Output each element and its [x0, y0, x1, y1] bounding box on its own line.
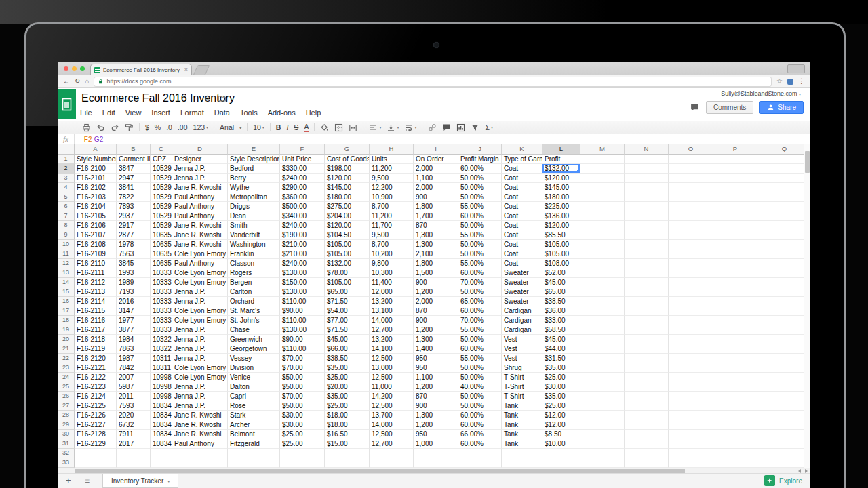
- cell-G21[interactable]: $66.00: [325, 344, 370, 354]
- strikethrough-button[interactable]: S: [294, 121, 298, 134]
- cell-E12[interactable]: Classon: [228, 259, 280, 268]
- cell-P7[interactable]: [713, 211, 757, 221]
- cell-B9[interactable]: 2877: [117, 230, 151, 240]
- cell-G30[interactable]: $16.50: [325, 430, 370, 439]
- row-header-6[interactable]: 6: [58, 202, 75, 211]
- cell-B2[interactable]: 3847: [117, 164, 151, 174]
- cell-P1[interactable]: [713, 155, 757, 164]
- cell-O1[interactable]: [669, 155, 713, 164]
- cell-P22[interactable]: [713, 354, 757, 363]
- cell-P28[interactable]: [713, 411, 757, 420]
- cell-H12[interactable]: 9,800: [370, 259, 414, 268]
- cell-J29[interactable]: 60.00%: [458, 420, 502, 430]
- cell-N10[interactable]: [625, 240, 669, 249]
- cell-K6[interactable]: Coat: [502, 202, 542, 211]
- cell-F30[interactable]: $25.00: [280, 430, 325, 439]
- cell-K15[interactable]: Sweater: [502, 287, 542, 297]
- cell-C10[interactable]: 10635: [151, 240, 172, 249]
- cell-G25[interactable]: $20.00: [325, 382, 370, 392]
- font-family-select[interactable]: Arial: [220, 121, 234, 134]
- browser-profile-badge[interactable]: [787, 64, 805, 73]
- cell-F17[interactable]: $90.00: [280, 306, 325, 316]
- cell-K9[interactable]: Coat: [502, 230, 542, 240]
- cell-E20[interactable]: Greenwich: [228, 335, 280, 344]
- cell-P8[interactable]: [713, 221, 757, 230]
- cell-L7[interactable]: $136.00: [542, 211, 580, 221]
- cell-P17[interactable]: [713, 306, 757, 316]
- cell-I14[interactable]: 900: [414, 278, 458, 287]
- cell-F15[interactable]: $130.00: [280, 287, 325, 297]
- cell-D32[interactable]: [172, 449, 228, 458]
- cell-E21[interactable]: Georgetown: [228, 344, 280, 354]
- cell-K18[interactable]: Cardigan: [502, 316, 542, 325]
- horizontal-scrollbar[interactable]: [58, 468, 810, 473]
- cell-N4[interactable]: [625, 183, 669, 192]
- cell-I31[interactable]: 1,000: [414, 439, 458, 449]
- cell-A31[interactable]: F16-2129: [75, 439, 117, 449]
- cell-I15[interactable]: 1,200: [414, 287, 458, 297]
- cell-A19[interactable]: F16-2117: [75, 325, 117, 335]
- browser-menu-icon[interactable]: ⋮: [798, 78, 805, 85]
- cell-F7[interactable]: $340.00: [280, 211, 325, 221]
- cell-B11[interactable]: 7563: [117, 249, 151, 259]
- cell-I10[interactable]: 1,300: [414, 240, 458, 249]
- cell-C19[interactable]: 10333: [151, 325, 172, 335]
- cell-I30[interactable]: 950: [414, 430, 458, 439]
- cell-F9[interactable]: $190.00: [280, 230, 325, 240]
- cell-M20[interactable]: [580, 335, 625, 344]
- cell-F28[interactable]: $30.00: [280, 411, 325, 420]
- comments-button[interactable]: Comments: [706, 101, 753, 114]
- cell-I5[interactable]: 900: [414, 192, 458, 202]
- cell-C12[interactable]: 10635: [151, 259, 172, 268]
- row-header-15[interactable]: 15: [58, 287, 75, 297]
- cell-M4[interactable]: [580, 183, 625, 192]
- cell-P24[interactable]: [713, 373, 757, 382]
- cell-F16[interactable]: $110.00: [280, 297, 325, 306]
- cell-M26[interactable]: [580, 392, 625, 401]
- cell-E2[interactable]: Bedford: [228, 164, 280, 174]
- cell-Q23[interactable]: [757, 363, 810, 373]
- cell-H1[interactable]: Units: [370, 155, 414, 164]
- cell-L32[interactable]: [542, 449, 580, 458]
- cell-K10[interactable]: Coat: [502, 240, 542, 249]
- cell-B3[interactable]: 2947: [117, 174, 151, 183]
- cell-M8[interactable]: [580, 221, 625, 230]
- cell-C24[interactable]: 10998: [151, 373, 172, 382]
- cell-O19[interactable]: [669, 325, 713, 335]
- cell-D33[interactable]: [172, 458, 228, 468]
- cell-D21[interactable]: Jenna J.P.: [172, 344, 228, 354]
- cell-Q24[interactable]: [757, 373, 810, 382]
- cell-C16[interactable]: 10333: [151, 297, 172, 306]
- row-header-9[interactable]: 9: [58, 230, 75, 240]
- menu-item-view[interactable]: View: [125, 108, 142, 117]
- cell-J31[interactable]: 60.00%: [458, 439, 502, 449]
- cell-M18[interactable]: [580, 316, 625, 325]
- cell-I28[interactable]: 1,300: [414, 411, 458, 420]
- cell-I12[interactable]: 1,800: [414, 259, 458, 268]
- row-header-7[interactable]: 7: [58, 211, 75, 221]
- cell-J30[interactable]: 66.00%: [458, 430, 502, 439]
- cell-A14[interactable]: F16-2112: [75, 278, 117, 287]
- cell-J20[interactable]: 50.00%: [458, 335, 502, 344]
- menu-item-help[interactable]: Help: [306, 108, 321, 117]
- cell-H24[interactable]: 12,500: [370, 373, 414, 382]
- cell-I29[interactable]: 1,200: [414, 420, 458, 430]
- cell-E23[interactable]: Division: [228, 363, 280, 373]
- number-format-button[interactable]: 123▾: [193, 121, 209, 134]
- cell-M30[interactable]: [580, 430, 625, 439]
- cell-I2[interactable]: 2,000: [414, 164, 458, 174]
- cell-I25[interactable]: 1,200: [414, 382, 458, 392]
- cell-A24[interactable]: F16-2122: [75, 373, 117, 382]
- borders-button[interactable]: [334, 123, 343, 132]
- cell-K16[interactable]: Sweater: [502, 297, 542, 306]
- select-all-corner[interactable]: [58, 144, 75, 155]
- cell-H16[interactable]: 13,200: [370, 297, 414, 306]
- cell-E9[interactable]: Vanderbilt: [228, 230, 280, 240]
- cell-B27[interactable]: 7593: [117, 401, 151, 411]
- cell-B25[interactable]: 5987: [117, 382, 151, 392]
- cell-K13[interactable]: Sweater: [502, 268, 542, 278]
- cell-G17[interactable]: $54.00: [325, 306, 370, 316]
- cell-J24[interactable]: 50.00%: [458, 373, 502, 382]
- cell-F1[interactable]: Unit Price: [280, 155, 325, 164]
- row-header-33[interactable]: 33: [58, 458, 75, 468]
